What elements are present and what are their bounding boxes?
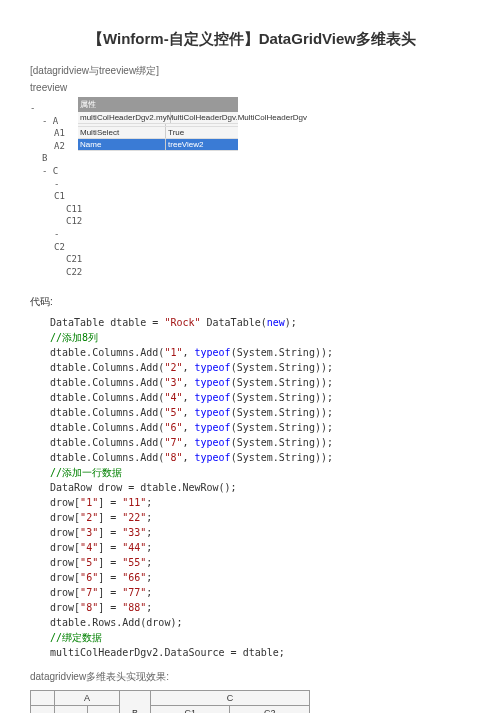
screenshot-area: - - A A1 A2 B - C - C1 C11 C12 - C2 C21 … [30,97,474,283]
label-code: 代码: [30,295,474,309]
property-grid: 属性 multiColHeaderDgv2.myMultiColHeaderDg… [78,97,238,283]
subtitle-1: [datagridview与treeview绑定] [30,64,474,78]
treeview-snapshot: - - A A1 A2 B - C - C1 C11 C12 - C2 C21 … [30,102,70,278]
subtitle-2: treeview [30,82,474,93]
label-result: datagridview多维表头实现效果: [30,670,474,684]
page-title: 【Winform-自定义控件】DataGridView多维表头 [30,30,474,49]
code-block-1: DataTable dtable = "Rock" DataTable(new)… [50,315,474,660]
result-table: ABC A1A2C1C2 C11C12C21C22 ▸1122334455667… [30,690,310,713]
